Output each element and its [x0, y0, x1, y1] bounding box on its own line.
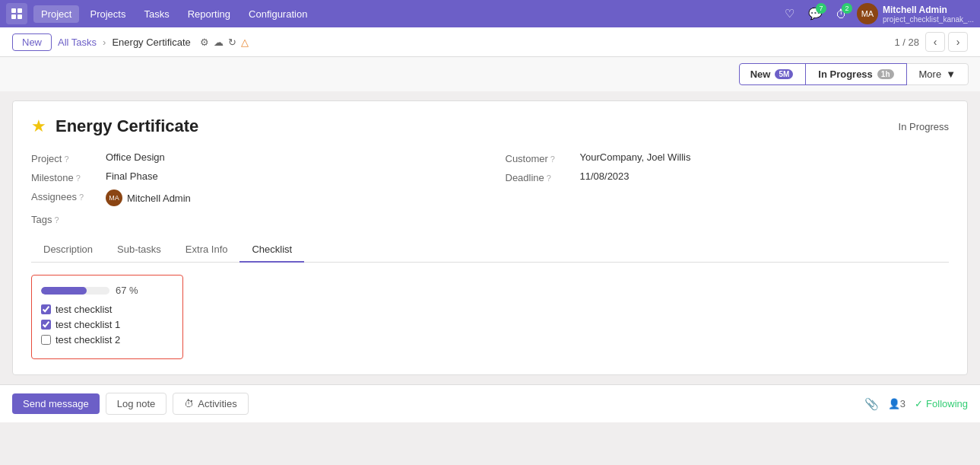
activities-button[interactable]: ⏱ Activities: [173, 393, 248, 415]
progress-bar: [41, 287, 109, 295]
status-bar: New 5M In Progress 1h More ▼: [0, 57, 980, 91]
fields-grid: Project ? Office Design Milestone ? Fina…: [31, 151, 949, 225]
stage-in-progress[interactable]: In Progress 1h: [805, 63, 906, 85]
svg-rect-0: [11, 8, 16, 13]
svg-rect-3: [17, 14, 22, 19]
nav-tasks[interactable]: Tasks: [136, 5, 176, 23]
app-grid-icon[interactable]: [6, 3, 27, 24]
assignees-help-icon[interactable]: ?: [79, 193, 84, 202]
star-icon[interactable]: ★: [31, 116, 46, 136]
new-button[interactable]: New: [12, 33, 52, 51]
clock-icon-btn[interactable]: ⏱ 2: [831, 3, 852, 24]
nav-reporting[interactable]: Reporting: [180, 5, 238, 23]
prev-record-button[interactable]: ‹: [925, 32, 945, 52]
customer-value[interactable]: YourCompany, Joel Willis: [580, 151, 691, 163]
tab-checklist[interactable]: Checklist: [239, 237, 304, 263]
milestone-value[interactable]: Final Phase: [106, 170, 158, 182]
chat-icon-btn[interactable]: 💬 7: [805, 3, 826, 24]
avatar[interactable]: MA: [857, 3, 878, 24]
checklist-item-0: test checklist: [41, 304, 173, 315]
clock-badge: 2: [842, 3, 852, 14]
checklist-checkbox-0[interactable]: [41, 304, 51, 314]
project-field-row: Project ? Office Design: [31, 151, 475, 164]
chevron-down-icon: ▼: [946, 68, 956, 80]
top-navigation: Project Projects Tasks Reporting Configu…: [0, 0, 980, 27]
nav-configuration[interactable]: Configuration: [241, 5, 315, 23]
deadline-help-icon[interactable]: ?: [547, 174, 551, 183]
checklist-checkbox-2[interactable]: [41, 335, 51, 345]
refresh-icon[interactable]: ↻: [228, 37, 236, 48]
tags-label: Tags ?: [31, 212, 100, 225]
fields-left: Project ? Office Design Milestone ? Fina…: [31, 151, 475, 225]
customer-field-row: Customer ? YourCompany, Joel Willis: [506, 151, 950, 164]
project-help-icon[interactable]: ?: [64, 154, 68, 164]
deadline-label: Deadline ?: [506, 170, 574, 183]
checklist-label-0: test checklist: [56, 304, 112, 315]
progress-pct: 67 %: [116, 285, 138, 296]
stage-more-label: More: [919, 68, 942, 80]
tab-extra-info[interactable]: Extra Info: [173, 237, 240, 263]
attachment-icon[interactable]: 📎: [864, 397, 879, 411]
task-header: ★ Energy Certificate In Progress: [31, 116, 949, 136]
following-label: Following: [926, 398, 968, 409]
stage-new[interactable]: New 5M: [739, 63, 807, 85]
checklist-checkbox-1[interactable]: [41, 320, 51, 330]
assignees-label: Assignees ?: [31, 190, 100, 202]
tab-subtasks[interactable]: Sub-tasks: [105, 237, 173, 263]
assignee-name[interactable]: Mitchell Admin: [127, 193, 191, 204]
tab-description[interactable]: Description: [31, 237, 105, 263]
activities-label: Activities: [198, 398, 236, 409]
log-note-button[interactable]: Log note: [106, 393, 167, 415]
progress-row: 67 %: [41, 285, 173, 296]
milestone-field-row: Milestone ? Final Phase: [31, 170, 475, 183]
nav-arrows: 1 / 28 ‹ ›: [894, 32, 968, 52]
customer-help-icon[interactable]: ?: [550, 154, 555, 164]
send-message-button[interactable]: Send message: [12, 393, 100, 414]
following-button[interactable]: ✓ Following: [915, 398, 968, 409]
tags-help-icon[interactable]: ?: [54, 215, 59, 225]
breadcrumb-current: Energy Certificate: [112, 37, 190, 48]
cloud-icon[interactable]: ☁: [214, 37, 224, 48]
breadcrumb-separator: ›: [103, 37, 106, 48]
nav-right-section: ♡ 💬 7 ⏱ 2 MA Mitchell Admin project_chec…: [779, 3, 974, 24]
nav-project[interactable]: Project: [33, 5, 79, 23]
checklist-item-2: test checklist 2: [41, 334, 173, 346]
warning-icon[interactable]: △: [241, 37, 249, 48]
follower-count: 👤3: [888, 398, 905, 409]
tabs-row: Description Sub-tasks Extra Info Checkli…: [31, 237, 949, 263]
user-info[interactable]: Mitchell Admin project_checklist_kanak_.…: [883, 5, 974, 24]
svg-rect-1: [17, 8, 22, 13]
milestone-label: Milestone ?: [31, 170, 100, 183]
checklist-label-2: test checklist 2: [56, 334, 120, 346]
deadline-field-row: Deadline ? 11/08/2023: [506, 170, 950, 183]
main-content: ★ Energy Certificate In Progress Project…: [12, 100, 968, 375]
stage-new-label: New: [750, 68, 771, 80]
project-value[interactable]: Office Design: [106, 151, 165, 163]
milestone-help-icon[interactable]: ?: [76, 174, 81, 183]
stage-new-badge: 5M: [775, 69, 793, 79]
checklist-item-1: test checklist 1: [41, 319, 173, 330]
assignees-field-row: Assignees ? MA Mitchell Admin: [31, 190, 475, 206]
breadcrumb-icons: ⚙ ☁ ↻ △: [200, 37, 249, 48]
stage-in-progress-badge: 1h: [877, 69, 894, 79]
assignee-avatar: MA: [106, 190, 122, 206]
assignee-row: MA Mitchell Admin: [106, 190, 191, 206]
record-count: 1 / 28: [894, 37, 919, 48]
footer-right: 📎 👤3 ✓ Following: [864, 397, 968, 411]
tags-field-row: Tags ?: [31, 212, 475, 225]
next-record-button[interactable]: ›: [948, 32, 968, 52]
settings-icon[interactable]: ⚙: [200, 37, 209, 48]
nav-projects[interactable]: Projects: [82, 5, 133, 23]
project-label: Project ?: [31, 151, 100, 164]
user-name: Mitchell Admin: [883, 5, 974, 15]
all-tasks-link[interactable]: All Tasks: [58, 37, 97, 48]
deadline-value[interactable]: 11/08/2023: [580, 170, 630, 182]
task-status-right[interactable]: In Progress: [899, 121, 949, 132]
activities-clock-icon: ⏱: [184, 398, 194, 409]
bell-icon-btn[interactable]: ♡: [779, 3, 801, 24]
fields-right: Customer ? YourCompany, Joel Willis Dead…: [506, 151, 950, 225]
stage-more[interactable]: More ▼: [906, 63, 969, 85]
task-title: Energy Certificate: [56, 116, 198, 136]
progress-bar-fill: [41, 287, 87, 295]
db-name: project_checklist_kanak_...: [883, 15, 974, 24]
